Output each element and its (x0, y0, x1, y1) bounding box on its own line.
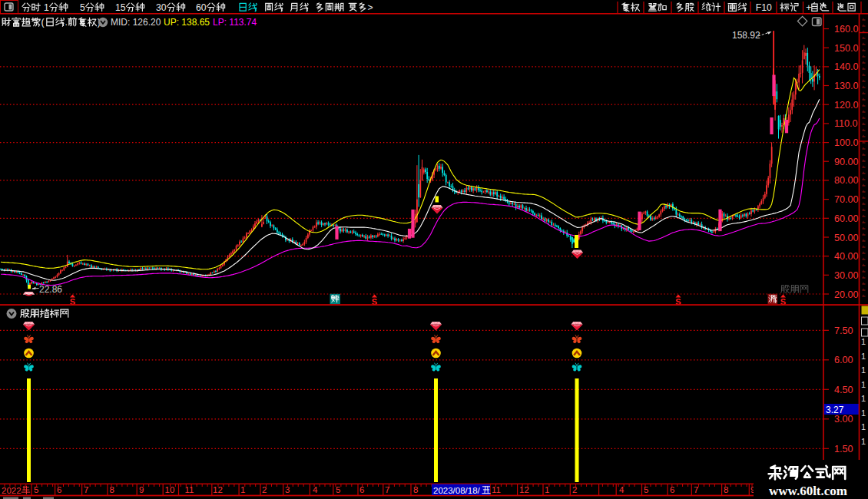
svg-text:60.00: 60.00 (834, 213, 859, 224)
svg-text:4: 4 (619, 485, 624, 494)
svg-text:2023/08/18/: 2023/08/18/ (433, 486, 481, 495)
svg-text:>: > (367, 2, 373, 13)
svg-text:8: 8 (413, 485, 418, 494)
svg-text:15: 15 (115, 2, 126, 13)
svg-text:6: 6 (670, 485, 674, 494)
svg-text:158.92: 158.92 (732, 30, 760, 41)
svg-text:1: 1 (44, 2, 49, 13)
svg-text:2022: 2022 (2, 486, 22, 495)
svg-text:160.0: 160.0 (834, 24, 859, 35)
svg-text:100.0: 100.0 (834, 137, 859, 148)
svg-text:8: 8 (110, 485, 114, 494)
svg-text:20.00: 20.00 (834, 289, 859, 300)
svg-text:2: 2 (262, 485, 267, 494)
svg-text:60: 60 (196, 2, 207, 13)
svg-text:7: 7 (84, 485, 88, 494)
svg-text:9: 9 (139, 485, 144, 494)
svg-text:150.0: 150.0 (834, 43, 859, 54)
svg-text:1: 1 (240, 485, 245, 494)
svg-text:6: 6 (57, 485, 61, 494)
svg-text:90.00: 90.00 (834, 157, 859, 167)
svg-text:140.0: 140.0 (834, 61, 859, 72)
svg-text:50.00: 50.00 (834, 233, 859, 243)
svg-text:1: 1 (861, 437, 866, 446)
svg-text:5: 5 (336, 485, 340, 494)
svg-text:40.00: 40.00 (834, 251, 859, 262)
svg-text:3.27: 3.27 (826, 405, 844, 415)
svg-text:1: 1 (861, 337, 866, 346)
svg-text:6.00: 6.00 (834, 355, 853, 365)
svg-text:22.86: 22.86 (39, 284, 62, 295)
svg-text:4: 4 (313, 485, 318, 494)
svg-text:LP: 113.74: LP: 113.74 (213, 17, 257, 28)
svg-text:www.60lt.com: www.60lt.com (769, 484, 847, 498)
svg-text:110.0: 110.0 (834, 118, 858, 129)
svg-text:+: + (806, 2, 811, 13)
svg-text:1: 1 (861, 394, 866, 403)
svg-text:80.00: 80.00 (834, 175, 859, 186)
svg-text:5: 5 (80, 2, 85, 13)
svg-text:3.00: 3.00 (834, 414, 853, 425)
svg-text:30: 30 (156, 2, 167, 13)
svg-text:8: 8 (724, 485, 728, 494)
svg-text:UP: 138.65: UP: 138.65 (164, 17, 210, 28)
svg-text:70.00: 70.00 (834, 194, 859, 205)
svg-text:120.0: 120.0 (834, 100, 859, 111)
svg-text:3: 3 (285, 485, 290, 494)
svg-text:MID: 126.20: MID: 126.20 (111, 17, 161, 28)
svg-text:1: 1 (545, 485, 549, 494)
svg-text:.: . (65, 17, 68, 28)
svg-text:4.50: 4.50 (834, 385, 853, 395)
svg-text:11: 11 (492, 485, 501, 494)
svg-text:30.00: 30.00 (834, 270, 859, 281)
svg-text:12: 12 (213, 485, 223, 494)
svg-text:F10: F10 (756, 2, 772, 13)
svg-text:10: 10 (165, 485, 175, 494)
svg-text:1: 1 (861, 380, 866, 389)
svg-text:7: 7 (385, 485, 389, 494)
svg-text:1: 1 (861, 408, 866, 418)
svg-text:5: 5 (34, 485, 38, 494)
svg-text:6: 6 (359, 485, 364, 494)
svg-text:1: 1 (861, 352, 866, 361)
svg-text:11: 11 (185, 485, 194, 494)
svg-text:7: 7 (694, 485, 698, 494)
svg-text:1: 1 (861, 365, 866, 375)
svg-text:1.50: 1.50 (834, 444, 853, 454)
svg-text:1: 1 (861, 422, 866, 431)
svg-text:130.0: 130.0 (834, 81, 859, 91)
svg-text:7.50: 7.50 (834, 326, 853, 336)
svg-text:2: 2 (572, 485, 577, 494)
svg-text:12: 12 (519, 485, 529, 494)
svg-text:5: 5 (644, 485, 648, 494)
